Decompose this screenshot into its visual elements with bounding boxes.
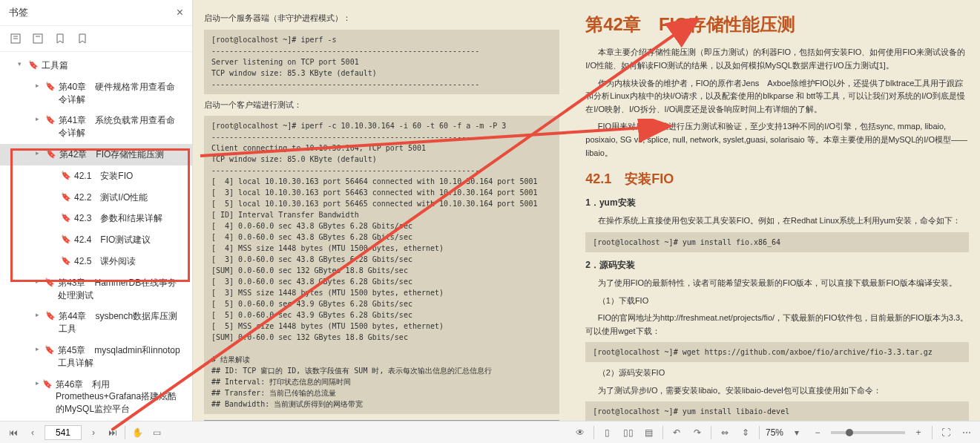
fullscreen-icon[interactable]: ⛶ <box>938 425 953 440</box>
bottom-toolbar: ⏮ ‹ › ⏭ ✋ ▭ 👁 ▯ ▯▯ ▤ ↶ ↷ ⇔ ⇕ 75% ▾ − + ⛶… <box>0 421 980 443</box>
prev-page-button[interactable]: ‹ <box>25 425 40 440</box>
code-block: [root@localhost ~]# wget https://github.… <box>585 342 969 362</box>
paragraph: 为了使用FIO的最新特性，读者可能希望安装最新的FIO版本，可以直接下载最新FI… <box>585 277 969 290</box>
tree-item-label: 第42章 FIO存储性能压测 <box>59 148 164 161</box>
fit-width-icon[interactable]: ⇔ <box>717 425 732 440</box>
tree-item[interactable]: 🔖42.4 FIO测试建议 <box>0 229 192 251</box>
outline-icon[interactable] <box>9 32 22 45</box>
text-line: 启动一个客户端进行测试： <box>204 99 559 112</box>
divider <box>759 426 760 439</box>
sub-heading: 1．yum安装 <box>585 196 969 210</box>
tree-item-label: 第43章 HammerDB在线事务处理测试 <box>58 277 183 302</box>
tree-item[interactable]: 🔖42.1 安装FIO <box>0 165 192 187</box>
tree-item-label: 42.4 FIO测试建议 <box>74 234 151 246</box>
chevron-icon: ▸ <box>36 310 42 320</box>
tree-item[interactable]: ▸🔖第43章 HammerDB在线事务处理测试 <box>0 272 192 306</box>
tree-item-label: 第44章 sysbench数据库压测工具 <box>59 310 183 335</box>
chevron-icon: ▸ <box>36 81 42 91</box>
document-viewport: 启动一个服务器端（非守护进程模式）： [root@localhost ~]# i… <box>193 0 980 421</box>
tree-item[interactable]: ▸🔖第45章 mysqladmin和innotop工具详解 <box>0 340 192 374</box>
tree-item[interactable]: ▸🔖第46章 利用Prometheus+Grafana搭建炫酷的MySQL监控平… <box>0 374 192 420</box>
divider <box>593 426 594 439</box>
chevron-icon: ▸ <box>36 277 42 286</box>
bookmark-icon: 🔖 <box>61 234 71 245</box>
rotate-left-icon[interactable]: ↶ <box>669 425 684 440</box>
divider <box>662 426 663 439</box>
zoom-in-button[interactable]: + <box>911 425 926 440</box>
two-page-icon[interactable]: ▯▯ <box>621 425 636 440</box>
paragraph: 为了测试异步I/O，需要安装libaio。安装libaio-devel包可以直接… <box>585 384 969 398</box>
continuous-icon[interactable]: ▤ <box>642 425 657 440</box>
tree-item-label: 第45章 mysqladmin和innotop工具详解 <box>58 344 183 370</box>
section-title: 42.1 安装FIO <box>585 168 969 190</box>
bookmark2-icon[interactable] <box>76 32 89 45</box>
tree-item[interactable]: ▸🔖第41章 系统负载常用查看命令详解 <box>0 110 192 144</box>
bookmark-icon[interactable] <box>53 32 67 45</box>
sidebar-toolbar <box>0 26 192 52</box>
tree-item[interactable]: ▸🔖第40章 硬件规格常用查看命令详解 <box>0 76 192 111</box>
bookmark-icon: 🔖 <box>45 277 55 288</box>
bookmark-icon: 🔖 <box>45 344 55 355</box>
last-page-button[interactable]: ⏭ <box>105 425 120 440</box>
chapter-title: 第42章 FIO存储性能压测 <box>585 10 969 39</box>
divider <box>125 426 125 439</box>
more-icon[interactable]: ⋯ <box>959 425 974 440</box>
tree-item-label: 42.1 安装FIO <box>74 170 133 183</box>
divider <box>711 426 711 439</box>
code-block: [root@localhost ~]# iperf -s -----------… <box>204 30 559 94</box>
tree-item[interactable]: ▸🔖第44章 sysbench数据库压测工具 <box>0 306 192 340</box>
paragraph: FIO的官网地址为http://freshmeat.net/projects/f… <box>585 312 969 338</box>
bookmark-icon: 🔖 <box>45 81 56 92</box>
tree-item[interactable]: 🔖42.3 参数和结果详解 <box>0 208 192 229</box>
first-page-button[interactable]: ⏮ <box>6 425 21 440</box>
zoom-slider[interactable] <box>831 431 905 434</box>
code-block: [root@localhost ~]# yum install fio.x86_… <box>585 232 969 252</box>
page-right: 第42章 FIO存储性能压测 本章主要介绍存储性能压测（即压力测试）的利器FIO… <box>570 0 980 421</box>
tree-item-label: 第40章 硬件规格常用查看命令详解 <box>59 81 183 106</box>
tree-item-label: 42.5 课外阅读 <box>74 255 136 268</box>
page-number-input[interactable] <box>45 425 82 440</box>
fit-page-icon[interactable]: ⇕ <box>738 425 753 440</box>
paragraph: 本章主要介绍存储性能压测（即压力测试）的利器FIO，包括如何安装FIO、如何使用… <box>585 46 969 72</box>
tree-item-label: 42.2 测试I/O性能 <box>74 191 148 204</box>
single-page-icon[interactable]: ▯ <box>600 425 615 440</box>
close-icon[interactable]: × <box>177 6 183 19</box>
bookmark-icon: 🔖 <box>61 255 71 266</box>
hand-tool-icon[interactable]: ✋ <box>130 425 145 440</box>
next-page-button[interactable]: › <box>86 425 101 440</box>
zoom-out-button[interactable]: − <box>810 425 825 440</box>
bookmark-icon: 🔖 <box>28 59 39 70</box>
tree-item[interactable]: 🔖42.5 课外阅读 <box>0 251 192 272</box>
paragraph: 在操作系统上直接使用包安装工具安装FIO。例如，在Redhat Linux系统上… <box>585 214 969 228</box>
paragraph: 作为内核块设备的维护者，FIO的原作者Jens Axboe除维护FIO以外，还提… <box>585 77 969 117</box>
svg-rect-3 <box>33 34 42 43</box>
paragraph: （2）源码安装FIO <box>585 367 969 380</box>
chevron-icon: ▸ <box>36 148 43 158</box>
tree-root-label: 工具篇 <box>42 59 68 72</box>
select-tool-icon[interactable]: ▭ <box>149 425 164 440</box>
paragraph: FIO用来对底层存储进行压力测试和验证，至少支持13种不同的I/O引擎，包括sy… <box>585 120 969 160</box>
bookmarks-sidebar: 书签 × ▾ 🔖 工具篇 ▸🔖第40章 硬件规格常用查看命令详解▸🔖第41章 系… <box>0 0 193 421</box>
bookmark-icon: 🔖 <box>45 114 56 125</box>
tree-item[interactable]: ▸🔖第42章 FIO存储性能压测 <box>0 144 192 165</box>
code-block: [root@localhost ~]# yum install libaio-d… <box>585 401 969 421</box>
sub-heading: 2．源码安装 <box>585 258 969 272</box>
bookmark-icon: 🔖 <box>42 378 53 390</box>
rotate-right-icon[interactable]: ↷ <box>690 425 705 440</box>
view-mode-icon[interactable]: 👁 <box>573 425 588 440</box>
chevron-icon: ▸ <box>36 378 39 388</box>
page-left: 启动一个服务器端（非守护进程模式）： [root@localhost ~]# i… <box>193 0 570 421</box>
tree-item-label: 第41章 系统负载常用查看命令详解 <box>59 114 183 140</box>
outline2-icon[interactable] <box>31 32 45 45</box>
tree-root[interactable]: ▾ 🔖 工具篇 <box>0 55 192 76</box>
divider <box>932 426 933 439</box>
sidebar-title: 书签 <box>9 6 28 19</box>
bookmark-icon: 🔖 <box>61 170 71 181</box>
bookmark-icon: 🔖 <box>46 148 56 160</box>
zoom-level: 75% <box>766 427 783 438</box>
chevron-down-icon: ▾ <box>18 59 25 69</box>
zoom-dropdown-icon[interactable]: ▾ <box>789 425 804 440</box>
chevron-icon: ▸ <box>36 344 42 354</box>
bookmark-icon: 🔖 <box>45 310 56 321</box>
tree-item[interactable]: 🔖42.2 测试I/O性能 <box>0 187 192 209</box>
